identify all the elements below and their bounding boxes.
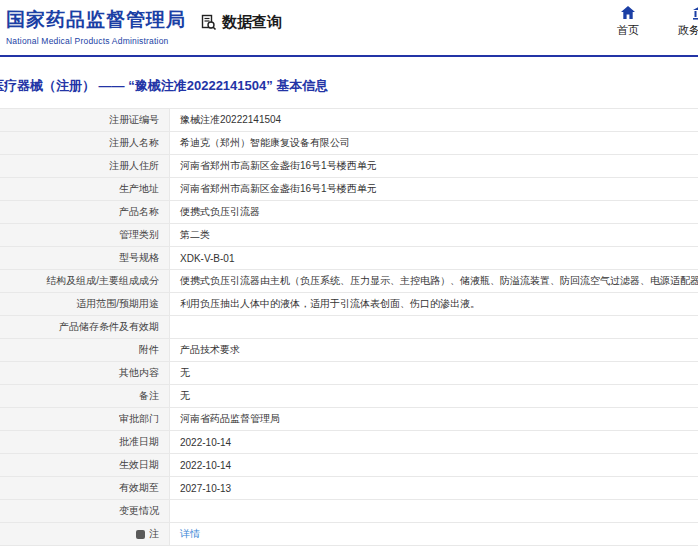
row-label: 注 bbox=[0, 523, 170, 545]
nav-data-query[interactable]: 数据查询 bbox=[200, 13, 282, 32]
data-query-icon bbox=[200, 14, 217, 31]
row-label: 附件 bbox=[0, 339, 170, 361]
row-value: 2022-10-14 bbox=[170, 431, 698, 453]
row-value: 便携式负压引流器由主机（负压系统、压力显示、主控电路）、储液瓶、防溢流装置、防回… bbox=[170, 270, 698, 292]
table-row: 适用范围/预期用途利用负压抽出人体中的液体，适用于引流体表创面、伤口的渗出液。 bbox=[0, 293, 698, 316]
nav-services[interactable]: 政务服务 bbox=[676, 5, 698, 38]
page: 国家药品监督管理局 National Medical Products Admi… bbox=[0, 0, 698, 552]
row-value: 河南省郑州市高新区金盏街16号1号楼西单元 bbox=[170, 155, 698, 177]
nav-home[interactable]: 首页 bbox=[604, 5, 652, 38]
site-header: 国家药品监督管理局 National Medical Products Admi… bbox=[0, 0, 698, 55]
header-divider bbox=[0, 55, 698, 57]
table-row: 有效期至2027-10-13 bbox=[0, 477, 698, 500]
row-label: 批准日期 bbox=[0, 431, 170, 453]
detail-link[interactable]: 详情 bbox=[180, 527, 200, 541]
row-value: 第二类 bbox=[170, 224, 698, 246]
table-row: 备注无 bbox=[0, 385, 698, 408]
row-label: 审批部门 bbox=[0, 408, 170, 430]
row-label: 变更情况 bbox=[0, 500, 170, 522]
table-row: 型号规格XDK-V-B-01 bbox=[0, 247, 698, 270]
table-row: 变更情况 bbox=[0, 500, 698, 523]
brand-title: 国家药品监督管理局 bbox=[6, 7, 186, 33]
header-right-nav: 首页 政务服务 bbox=[604, 5, 698, 38]
row-value bbox=[170, 316, 698, 338]
row-label: 管理类别 bbox=[0, 224, 170, 246]
row-value: 河南省药品监督管理局 bbox=[170, 408, 698, 430]
row-label: 结构及组成/主要组成成分 bbox=[0, 270, 170, 292]
row-label: 适用范围/预期用途 bbox=[0, 293, 170, 315]
table-row: 产品储存条件及有效期 bbox=[0, 316, 698, 339]
row-value: 产品技术要求 bbox=[170, 339, 698, 361]
row-value: 利用负压抽出人体中的液体，适用于引流体表创面、伤口的渗出液。 bbox=[170, 293, 698, 315]
table-row: 附件产品技术要求 bbox=[0, 339, 698, 362]
note-icon bbox=[136, 530, 145, 539]
table-row: 其他内容无 bbox=[0, 362, 698, 385]
table-row: 批准日期2022-10-14 bbox=[0, 431, 698, 454]
row-label: 有效期至 bbox=[0, 477, 170, 499]
page-title: 医疗器械（注册） —— “豫械注准20222141504” 基本信息 bbox=[0, 77, 698, 95]
row-label: 产品名称 bbox=[0, 201, 170, 223]
nav-query-label: 数据查询 bbox=[222, 13, 282, 32]
row-label: 型号规格 bbox=[0, 247, 170, 269]
row-label: 其他内容 bbox=[0, 362, 170, 384]
title-bar: 医疗器械（注册） —— “豫械注准20222141504” 基本信息 bbox=[0, 77, 698, 95]
row-value: 豫械注准20222141504 bbox=[170, 109, 698, 131]
row-label: 生效日期 bbox=[0, 454, 170, 476]
row-label: 注册人名称 bbox=[0, 132, 170, 154]
row-value: 2022-10-14 bbox=[170, 454, 698, 476]
table-row: 注册证编号豫械注准20222141504 bbox=[0, 109, 698, 132]
row-value: 便携式负压引流器 bbox=[170, 201, 698, 223]
row-value: 无 bbox=[170, 362, 698, 384]
row-value: 无 bbox=[170, 385, 698, 407]
info-table: 注册证编号豫械注准20222141504注册人名称希迪克（郑州）智能康复设备有限… bbox=[0, 108, 698, 546]
table-row: 注详情 bbox=[0, 523, 698, 546]
row-value: XDK-V-B-01 bbox=[170, 247, 698, 269]
brand-subtitle: National Medical Products Administration bbox=[6, 36, 186, 46]
table-row: 结构及组成/主要组成成分便携式负压引流器由主机（负压系统、压力显示、主控电路）、… bbox=[0, 270, 698, 293]
row-value: 河南省郑州市高新区金盏街16号1号楼西单元 bbox=[170, 178, 698, 200]
table-row: 注册人住所河南省郑州市高新区金盏街16号1号楼西单元 bbox=[0, 155, 698, 178]
table-row: 产品名称便携式负压引流器 bbox=[0, 201, 698, 224]
row-value: 2027-10-13 bbox=[170, 477, 698, 499]
table-row: 注册人名称希迪克（郑州）智能康复设备有限公司 bbox=[0, 132, 698, 155]
row-label: 注册证编号 bbox=[0, 109, 170, 131]
row-label: 注册人住所 bbox=[0, 155, 170, 177]
table-row: 管理类别第二类 bbox=[0, 224, 698, 247]
table-row: 生效日期2022-10-14 bbox=[0, 454, 698, 477]
brand: 国家药品监督管理局 National Medical Products Admi… bbox=[6, 7, 186, 46]
row-value bbox=[170, 500, 698, 522]
row-value: 希迪克（郑州）智能康复设备有限公司 bbox=[170, 132, 698, 154]
row-label: 备注 bbox=[0, 385, 170, 407]
row-label: 生产地址 bbox=[0, 178, 170, 200]
row-label: 产品储存条件及有效期 bbox=[0, 316, 170, 338]
nav-services-label: 政务服务 bbox=[678, 23, 698, 38]
home-icon bbox=[620, 5, 636, 20]
row-value: 详情 bbox=[170, 523, 698, 545]
gov-services-icon bbox=[692, 5, 698, 20]
table-row: 生产地址河南省郑州市高新区金盏街16号1号楼西单元 bbox=[0, 178, 698, 201]
nav-home-label: 首页 bbox=[617, 23, 639, 38]
table-row: 审批部门河南省药品监督管理局 bbox=[0, 408, 698, 431]
